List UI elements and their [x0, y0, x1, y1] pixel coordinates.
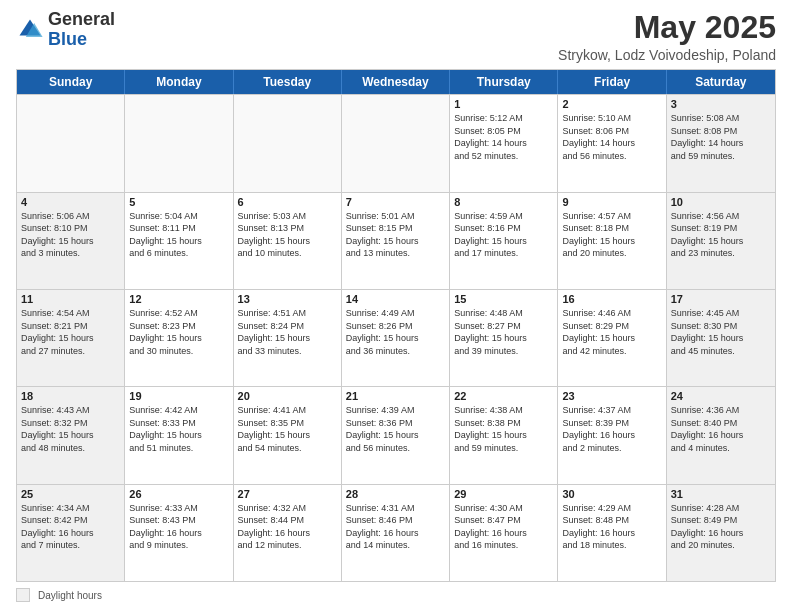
- day-number: 2: [562, 98, 661, 110]
- cal-cell-17: 17Sunrise: 4:45 AM Sunset: 8:30 PM Dayli…: [667, 290, 775, 386]
- day-number: 26: [129, 488, 228, 500]
- calendar-body: 1Sunrise: 5:12 AM Sunset: 8:05 PM Daylig…: [17, 94, 775, 581]
- location: Strykow, Lodz Voivodeship, Poland: [558, 47, 776, 63]
- cell-info: Sunrise: 5:04 AM Sunset: 8:11 PM Dayligh…: [129, 210, 228, 260]
- calendar-week-1: 1Sunrise: 5:12 AM Sunset: 8:05 PM Daylig…: [17, 94, 775, 191]
- day-number: 3: [671, 98, 771, 110]
- title-block: May 2025 Strykow, Lodz Voivodeship, Pola…: [558, 10, 776, 63]
- cal-cell-18: 18Sunrise: 4:43 AM Sunset: 8:32 PM Dayli…: [17, 387, 125, 483]
- cal-cell-empty-0-0: [17, 95, 125, 191]
- day-number: 20: [238, 390, 337, 402]
- daylight-label: Daylight hours: [38, 590, 102, 601]
- day-number: 23: [562, 390, 661, 402]
- cal-cell-2: 2Sunrise: 5:10 AM Sunset: 8:06 PM Daylig…: [558, 95, 666, 191]
- cell-info: Sunrise: 4:33 AM Sunset: 8:43 PM Dayligh…: [129, 502, 228, 552]
- cell-info: Sunrise: 4:54 AM Sunset: 8:21 PM Dayligh…: [21, 307, 120, 357]
- logo-blue-text: Blue: [48, 29, 87, 49]
- cell-info: Sunrise: 5:03 AM Sunset: 8:13 PM Dayligh…: [238, 210, 337, 260]
- cell-info: Sunrise: 5:06 AM Sunset: 8:10 PM Dayligh…: [21, 210, 120, 260]
- cal-cell-20: 20Sunrise: 4:41 AM Sunset: 8:35 PM Dayli…: [234, 387, 342, 483]
- cell-info: Sunrise: 5:01 AM Sunset: 8:15 PM Dayligh…: [346, 210, 445, 260]
- cal-cell-5: 5Sunrise: 5:04 AM Sunset: 8:11 PM Daylig…: [125, 193, 233, 289]
- cell-info: Sunrise: 4:41 AM Sunset: 8:35 PM Dayligh…: [238, 404, 337, 454]
- day-number: 6: [238, 196, 337, 208]
- day-number: 22: [454, 390, 553, 402]
- day-number: 14: [346, 293, 445, 305]
- cell-info: Sunrise: 4:46 AM Sunset: 8:29 PM Dayligh…: [562, 307, 661, 357]
- cal-cell-24: 24Sunrise: 4:36 AM Sunset: 8:40 PM Dayli…: [667, 387, 775, 483]
- cell-info: Sunrise: 4:43 AM Sunset: 8:32 PM Dayligh…: [21, 404, 120, 454]
- day-number: 1: [454, 98, 553, 110]
- cell-info: Sunrise: 4:48 AM Sunset: 8:27 PM Dayligh…: [454, 307, 553, 357]
- cal-cell-22: 22Sunrise: 4:38 AM Sunset: 8:38 PM Dayli…: [450, 387, 558, 483]
- day-number: 11: [21, 293, 120, 305]
- day-number: 4: [21, 196, 120, 208]
- cal-cell-31: 31Sunrise: 4:28 AM Sunset: 8:49 PM Dayli…: [667, 485, 775, 581]
- cell-info: Sunrise: 4:39 AM Sunset: 8:36 PM Dayligh…: [346, 404, 445, 454]
- cal-cell-26: 26Sunrise: 4:33 AM Sunset: 8:43 PM Dayli…: [125, 485, 233, 581]
- cal-header-monday: Monday: [125, 70, 233, 94]
- cal-cell-29: 29Sunrise: 4:30 AM Sunset: 8:47 PM Dayli…: [450, 485, 558, 581]
- cal-cell-21: 21Sunrise: 4:39 AM Sunset: 8:36 PM Dayli…: [342, 387, 450, 483]
- page: General Blue May 2025 Strykow, Lodz Voiv…: [0, 0, 792, 612]
- cal-cell-7: 7Sunrise: 5:01 AM Sunset: 8:15 PM Daylig…: [342, 193, 450, 289]
- cal-cell-14: 14Sunrise: 4:49 AM Sunset: 8:26 PM Dayli…: [342, 290, 450, 386]
- cell-info: Sunrise: 4:42 AM Sunset: 8:33 PM Dayligh…: [129, 404, 228, 454]
- cal-cell-empty-0-3: [342, 95, 450, 191]
- cal-cell-25: 25Sunrise: 4:34 AM Sunset: 8:42 PM Dayli…: [17, 485, 125, 581]
- cell-info: Sunrise: 5:12 AM Sunset: 8:05 PM Dayligh…: [454, 112, 553, 162]
- cal-cell-15: 15Sunrise: 4:48 AM Sunset: 8:27 PM Dayli…: [450, 290, 558, 386]
- day-number: 30: [562, 488, 661, 500]
- cell-info: Sunrise: 4:59 AM Sunset: 8:16 PM Dayligh…: [454, 210, 553, 260]
- day-number: 13: [238, 293, 337, 305]
- cal-header-friday: Friday: [558, 70, 666, 94]
- cell-info: Sunrise: 4:32 AM Sunset: 8:44 PM Dayligh…: [238, 502, 337, 552]
- cal-cell-3: 3Sunrise: 5:08 AM Sunset: 8:08 PM Daylig…: [667, 95, 775, 191]
- calendar: SundayMondayTuesdayWednesdayThursdayFrid…: [16, 69, 776, 582]
- day-number: 12: [129, 293, 228, 305]
- day-number: 19: [129, 390, 228, 402]
- calendar-week-4: 18Sunrise: 4:43 AM Sunset: 8:32 PM Dayli…: [17, 386, 775, 483]
- cell-info: Sunrise: 5:08 AM Sunset: 8:08 PM Dayligh…: [671, 112, 771, 162]
- cal-cell-9: 9Sunrise: 4:57 AM Sunset: 8:18 PM Daylig…: [558, 193, 666, 289]
- cell-info: Sunrise: 4:28 AM Sunset: 8:49 PM Dayligh…: [671, 502, 771, 552]
- day-number: 7: [346, 196, 445, 208]
- day-number: 28: [346, 488, 445, 500]
- footer: Daylight hours: [16, 588, 776, 602]
- cal-header-saturday: Saturday: [667, 70, 775, 94]
- cal-cell-23: 23Sunrise: 4:37 AM Sunset: 8:39 PM Dayli…: [558, 387, 666, 483]
- cell-info: Sunrise: 4:56 AM Sunset: 8:19 PM Dayligh…: [671, 210, 771, 260]
- cal-cell-30: 30Sunrise: 4:29 AM Sunset: 8:48 PM Dayli…: [558, 485, 666, 581]
- day-number: 8: [454, 196, 553, 208]
- cell-info: Sunrise: 4:38 AM Sunset: 8:38 PM Dayligh…: [454, 404, 553, 454]
- cell-info: Sunrise: 4:49 AM Sunset: 8:26 PM Dayligh…: [346, 307, 445, 357]
- cell-info: Sunrise: 4:36 AM Sunset: 8:40 PM Dayligh…: [671, 404, 771, 454]
- cal-cell-19: 19Sunrise: 4:42 AM Sunset: 8:33 PM Dayli…: [125, 387, 233, 483]
- cell-info: Sunrise: 4:45 AM Sunset: 8:30 PM Dayligh…: [671, 307, 771, 357]
- month-title: May 2025: [558, 10, 776, 45]
- day-number: 9: [562, 196, 661, 208]
- day-number: 24: [671, 390, 771, 402]
- cal-cell-6: 6Sunrise: 5:03 AM Sunset: 8:13 PM Daylig…: [234, 193, 342, 289]
- day-number: 31: [671, 488, 771, 500]
- day-number: 29: [454, 488, 553, 500]
- day-number: 16: [562, 293, 661, 305]
- day-number: 5: [129, 196, 228, 208]
- cal-cell-empty-0-1: [125, 95, 233, 191]
- cell-info: Sunrise: 4:51 AM Sunset: 8:24 PM Dayligh…: [238, 307, 337, 357]
- cell-info: Sunrise: 4:57 AM Sunset: 8:18 PM Dayligh…: [562, 210, 661, 260]
- calendar-week-2: 4Sunrise: 5:06 AM Sunset: 8:10 PM Daylig…: [17, 192, 775, 289]
- cal-cell-13: 13Sunrise: 4:51 AM Sunset: 8:24 PM Dayli…: [234, 290, 342, 386]
- logo-general-text: General: [48, 9, 115, 29]
- cell-info: Sunrise: 4:34 AM Sunset: 8:42 PM Dayligh…: [21, 502, 120, 552]
- daylight-box: [16, 588, 30, 602]
- day-number: 25: [21, 488, 120, 500]
- header: General Blue May 2025 Strykow, Lodz Voiv…: [16, 10, 776, 63]
- day-number: 27: [238, 488, 337, 500]
- cal-cell-27: 27Sunrise: 4:32 AM Sunset: 8:44 PM Dayli…: [234, 485, 342, 581]
- calendar-header-row: SundayMondayTuesdayWednesdayThursdayFrid…: [17, 70, 775, 94]
- cal-cell-28: 28Sunrise: 4:31 AM Sunset: 8:46 PM Dayli…: [342, 485, 450, 581]
- cell-info: Sunrise: 4:31 AM Sunset: 8:46 PM Dayligh…: [346, 502, 445, 552]
- cal-header-tuesday: Tuesday: [234, 70, 342, 94]
- cal-cell-8: 8Sunrise: 4:59 AM Sunset: 8:16 PM Daylig…: [450, 193, 558, 289]
